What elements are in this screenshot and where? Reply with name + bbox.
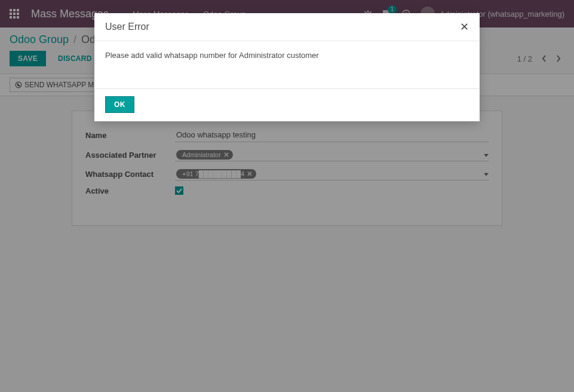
modal-backdrop: User Error ✕ Please add valid whatsapp n… [0,0,574,392]
modal-body: Please add valid whatsapp number for Adm… [94,41,480,89]
modal-close-icon[interactable]: ✕ [460,22,469,32]
modal-title: User Error [105,22,149,32]
error-modal: User Error ✕ Please add valid whatsapp n… [94,13,480,121]
modal-ok-button[interactable]: OK [105,96,134,113]
